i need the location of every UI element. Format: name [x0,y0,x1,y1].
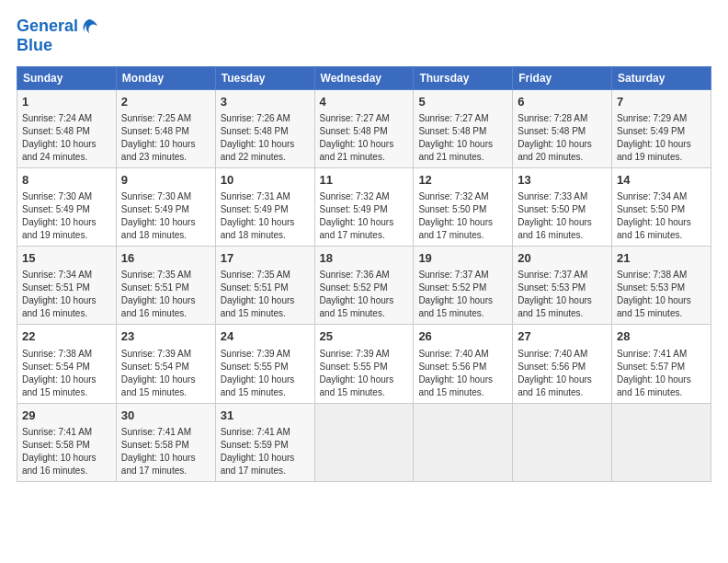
day-info: Sunrise: 7:37 AM Sunset: 5:52 PM Dayligh… [418,269,507,320]
day-number: 13 [518,172,607,189]
day-info: Sunrise: 7:37 AM Sunset: 5:53 PM Dayligh… [518,269,607,320]
table-row: 18Sunrise: 7:36 AM Sunset: 5:52 PM Dayli… [314,247,414,325]
day-number: 14 [617,172,706,189]
table-row: 1Sunrise: 7:24 AM Sunset: 5:48 PM Daylig… [17,89,117,167]
table-row: 4Sunrise: 7:27 AM Sunset: 5:48 PM Daylig… [314,89,414,167]
day-info: Sunrise: 7:38 AM Sunset: 5:53 PM Dayligh… [617,269,706,320]
logo-general: General [17,17,78,35]
table-row: 27Sunrise: 7:40 AM Sunset: 5:56 PM Dayli… [513,325,612,403]
table-row: 29Sunrise: 7:41 AM Sunset: 5:58 PM Dayli… [17,403,117,481]
day-info: Sunrise: 7:26 AM Sunset: 5:48 PM Dayligh… [221,112,310,164]
day-info: Sunrise: 7:30 AM Sunset: 5:49 PM Dayligh… [121,190,210,242]
day-info: Sunrise: 7:32 AM Sunset: 5:49 PM Dayligh… [320,190,409,242]
day-number: 16 [121,250,210,267]
col-tuesday: Tuesday [215,66,314,89]
day-info: Sunrise: 7:27 AM Sunset: 5:48 PM Dayligh… [320,112,409,164]
day-number: 28 [617,328,706,345]
day-number: 23 [121,328,210,345]
day-number: 5 [418,94,507,110]
table-row: 8Sunrise: 7:30 AM Sunset: 5:49 PM Daylig… [17,167,117,246]
day-number: 27 [518,328,607,345]
table-row: 3Sunrise: 7:26 AM Sunset: 5:48 PM Daylig… [215,89,314,167]
table-row: 13Sunrise: 7:33 AM Sunset: 5:50 PM Dayli… [513,167,612,246]
day-info: Sunrise: 7:39 AM Sunset: 5:55 PM Dayligh… [320,348,409,399]
day-info: Sunrise: 7:40 AM Sunset: 5:56 PM Dayligh… [518,348,607,399]
day-number: 1 [22,94,111,110]
table-row [314,403,414,481]
day-info: Sunrise: 7:28 AM Sunset: 5:48 PM Dayligh… [518,112,607,164]
day-number: 30 [121,408,210,424]
day-number: 31 [221,408,310,424]
day-info: Sunrise: 7:33 AM Sunset: 5:50 PM Dayligh… [518,190,607,242]
table-row: 28Sunrise: 7:41 AM Sunset: 5:57 PM Dayli… [612,325,711,403]
table-row: 25Sunrise: 7:39 AM Sunset: 5:55 PM Dayli… [314,325,414,403]
day-number: 3 [221,94,310,110]
day-info: Sunrise: 7:40 AM Sunset: 5:56 PM Dayligh… [418,348,507,399]
day-info: Sunrise: 7:27 AM Sunset: 5:48 PM Dayligh… [418,112,507,164]
day-info: Sunrise: 7:39 AM Sunset: 5:54 PM Dayligh… [121,348,210,399]
col-saturday: Saturday [612,66,711,89]
day-number: 8 [22,172,111,189]
day-number: 7 [617,94,706,110]
table-row: 24Sunrise: 7:39 AM Sunset: 5:55 PM Dayli… [215,325,314,403]
day-info: Sunrise: 7:29 AM Sunset: 5:49 PM Dayligh… [617,112,706,164]
table-row: 2Sunrise: 7:25 AM Sunset: 5:48 PM Daylig… [116,89,215,167]
day-number: 25 [320,328,409,345]
col-monday: Monday [116,66,215,89]
logo-text: General Blue [17,17,100,55]
day-info: Sunrise: 7:30 AM Sunset: 5:49 PM Dayligh… [22,190,111,242]
day-info: Sunrise: 7:32 AM Sunset: 5:50 PM Dayligh… [418,190,507,242]
day-number: 12 [418,172,507,189]
day-info: Sunrise: 7:34 AM Sunset: 5:50 PM Dayligh… [617,190,706,242]
day-info: Sunrise: 7:24 AM Sunset: 5:48 PM Dayligh… [22,112,111,164]
day-info: Sunrise: 7:38 AM Sunset: 5:54 PM Dayligh… [22,348,111,399]
day-number: 10 [221,172,310,189]
day-info: Sunrise: 7:31 AM Sunset: 5:49 PM Dayligh… [221,190,310,242]
table-row: 12Sunrise: 7:32 AM Sunset: 5:50 PM Dayli… [414,167,513,246]
day-info: Sunrise: 7:35 AM Sunset: 5:51 PM Dayligh… [121,269,210,320]
day-number: 24 [221,328,310,345]
header: General Blue [17,17,711,55]
table-row: 16Sunrise: 7:35 AM Sunset: 5:51 PM Dayli… [116,247,215,325]
table-row [513,403,612,481]
table-row: 26Sunrise: 7:40 AM Sunset: 5:56 PM Dayli… [414,325,513,403]
day-info: Sunrise: 7:36 AM Sunset: 5:52 PM Dayligh… [320,269,409,320]
table-row: 30Sunrise: 7:41 AM Sunset: 5:58 PM Dayli… [116,403,215,481]
table-row: 23Sunrise: 7:39 AM Sunset: 5:54 PM Dayli… [116,325,215,403]
day-number: 15 [22,250,111,267]
main-container: General Blue Sunday Monday Tuesday Wedne… [0,0,728,563]
day-info: Sunrise: 7:41 AM Sunset: 5:58 PM Dayligh… [121,426,210,477]
table-row: 17Sunrise: 7:35 AM Sunset: 5:51 PM Dayli… [215,247,314,325]
logo-bird-icon [79,17,99,37]
day-number: 4 [320,94,409,110]
table-row: 19Sunrise: 7:37 AM Sunset: 5:52 PM Dayli… [414,247,513,325]
table-row: 31Sunrise: 7:41 AM Sunset: 5:59 PM Dayli… [215,403,314,481]
table-row [612,403,711,481]
day-info: Sunrise: 7:41 AM Sunset: 5:57 PM Dayligh… [617,348,706,399]
day-number: 18 [320,250,409,267]
day-number: 17 [221,250,310,267]
table-row: 20Sunrise: 7:37 AM Sunset: 5:53 PM Dayli… [513,247,612,325]
logo-blue: Blue [17,36,52,54]
day-number: 20 [518,250,607,267]
table-row: 22Sunrise: 7:38 AM Sunset: 5:54 PM Dayli… [17,325,117,403]
day-info: Sunrise: 7:39 AM Sunset: 5:55 PM Dayligh… [221,348,310,399]
table-row: 6Sunrise: 7:28 AM Sunset: 5:48 PM Daylig… [513,89,612,167]
calendar-table: Sunday Monday Tuesday Wednesday Thursday… [17,66,711,482]
day-info: Sunrise: 7:34 AM Sunset: 5:51 PM Dayligh… [22,269,111,320]
col-wednesday: Wednesday [314,66,414,89]
table-row: 15Sunrise: 7:34 AM Sunset: 5:51 PM Dayli… [17,247,117,325]
col-thursday: Thursday [414,66,513,89]
day-number: 6 [518,94,607,110]
day-number: 9 [121,172,210,189]
day-number: 22 [22,328,111,345]
day-number: 19 [418,250,507,267]
table-row: 14Sunrise: 7:34 AM Sunset: 5:50 PM Dayli… [612,167,711,246]
table-row: 7Sunrise: 7:29 AM Sunset: 5:49 PM Daylig… [612,89,711,167]
table-row: 10Sunrise: 7:31 AM Sunset: 5:49 PM Dayli… [215,167,314,246]
day-number: 21 [617,250,706,267]
day-info: Sunrise: 7:25 AM Sunset: 5:48 PM Dayligh… [121,112,210,164]
day-number: 2 [121,94,210,110]
day-info: Sunrise: 7:41 AM Sunset: 5:59 PM Dayligh… [221,426,310,477]
table-row: 11Sunrise: 7:32 AM Sunset: 5:49 PM Dayli… [314,167,414,246]
